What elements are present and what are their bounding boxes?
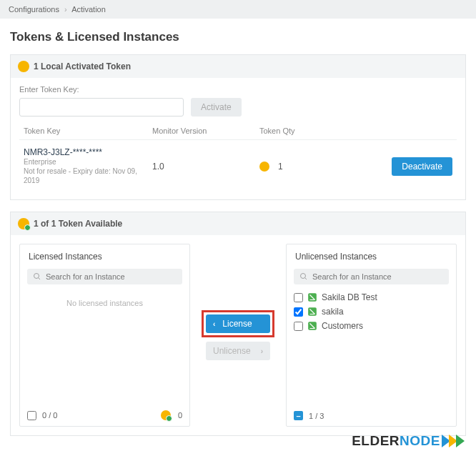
token-qty-value: 1 xyxy=(278,162,283,172)
logo-triangles-icon xyxy=(443,435,465,447)
col-monitor-version: Monitor Version xyxy=(152,127,259,135)
activate-button[interactable]: Activate xyxy=(191,98,242,117)
token-coin-icon xyxy=(161,410,171,420)
col-token-key: Token Key xyxy=(24,127,152,135)
eldernode-logo: ELDERNODE xyxy=(352,433,465,449)
svg-point-0 xyxy=(34,274,39,279)
local-tokens-panel: 1 Local Activated Token Enter Token Key:… xyxy=(10,54,466,200)
token-available-icon xyxy=(18,218,29,229)
svg-line-3 xyxy=(305,278,307,280)
monitor-version-value: 1.0 xyxy=(152,162,259,172)
instance-label: Customers xyxy=(322,321,363,331)
licensed-search-input[interactable] xyxy=(46,272,177,281)
transfer-buttons: ‹ License Unlicense › xyxy=(199,244,277,427)
search-icon xyxy=(299,272,308,281)
licensed-token-available: 0 xyxy=(178,411,182,420)
token-key-input[interactable] xyxy=(19,98,184,117)
token-key-value: NMR3-J3LZ-****-**** xyxy=(24,147,152,157)
available-heading-text: 1 of 1 Token Available xyxy=(34,219,122,229)
instance-item[interactable]: sakila xyxy=(294,304,449,319)
deactivate-button[interactable]: Deactivate xyxy=(392,157,452,176)
token-row: NMR3-J3LZ-****-**** Enterprise Not for r… xyxy=(19,139,457,192)
chevron-left-icon: ‹ xyxy=(213,320,215,328)
logo-e: E xyxy=(431,433,440,449)
col-token-qty: Token Qty xyxy=(259,127,388,135)
licensed-title: Licensed Instances xyxy=(20,244,189,269)
unlicense-button-label: Unlicense xyxy=(213,346,251,356)
search-icon xyxy=(33,272,41,281)
database-icon xyxy=(307,307,317,317)
token-table-header: Token Key Monitor Version Token Qty xyxy=(19,127,457,139)
unlicensed-instances-box: Unlicensed Instances Sakila DB Testsakil… xyxy=(286,244,457,427)
instance-item[interactable]: Sakila DB Test xyxy=(294,290,449,304)
breadcrumb-root[interactable]: Configurations xyxy=(9,5,59,14)
chevron-right-icon: › xyxy=(64,5,67,14)
licensed-count: 0 / 0 xyxy=(42,411,57,420)
license-button[interactable]: ‹ License xyxy=(206,314,270,333)
instance-item[interactable]: Customers xyxy=(294,319,449,333)
chevron-right-icon: › xyxy=(261,347,263,355)
token-coin-icon xyxy=(18,61,29,72)
logo-text-elder: ELDER xyxy=(352,433,400,449)
instance-label: sakila xyxy=(322,307,344,317)
svg-line-1 xyxy=(39,278,41,280)
licensed-search[interactable] xyxy=(27,269,182,284)
database-icon xyxy=(307,321,317,331)
unlicensed-title: Unlicensed Instances xyxy=(287,244,456,269)
highlight-box: ‹ License xyxy=(202,310,274,337)
breadcrumb: Configurations › Activation xyxy=(0,0,476,19)
licensed-empty: No licensed instances xyxy=(20,284,189,322)
breadcrumb-current: Activation xyxy=(71,5,106,14)
unlicensed-search[interactable] xyxy=(294,269,449,284)
available-heading: 1 of 1 Token Available xyxy=(11,212,465,235)
logo-text-node: NOD xyxy=(400,433,431,449)
unlicensed-list: Sakila DB TestsakilaCustomers xyxy=(287,284,456,334)
database-icon xyxy=(307,292,317,302)
available-tokens-panel: 1 of 1 Token Available Licensed Instance… xyxy=(10,212,466,436)
local-tokens-heading-text: 1 Local Activated Token xyxy=(34,61,131,71)
minus-icon[interactable]: – xyxy=(294,411,303,420)
token-tier: Enterprise xyxy=(24,157,138,167)
instance-checkbox[interactable] xyxy=(294,293,303,302)
licensed-instances-box: Licensed Instances No licensed instances… xyxy=(19,244,190,427)
instance-checkbox[interactable] xyxy=(294,322,303,331)
unlicense-button[interactable]: Unlicense › xyxy=(206,342,270,360)
unlicensed-search-input[interactable] xyxy=(312,272,443,281)
instance-checkbox[interactable] xyxy=(294,307,303,317)
licensed-select-all[interactable] xyxy=(27,411,36,420)
local-tokens-heading: 1 Local Activated Token xyxy=(11,55,465,78)
token-coin-icon xyxy=(259,162,269,172)
license-button-label: License xyxy=(222,319,252,329)
page-title: Tokens & Licensed Instances xyxy=(10,30,466,44)
svg-point-2 xyxy=(301,274,306,279)
unlicensed-count: 1 / 3 xyxy=(309,412,324,420)
token-expiry: Not for resale - Expiry date: Nov 09, 20… xyxy=(24,167,138,185)
instance-label: Sakila DB Test xyxy=(322,292,377,302)
enter-token-label: Enter Token Key: xyxy=(19,85,457,94)
